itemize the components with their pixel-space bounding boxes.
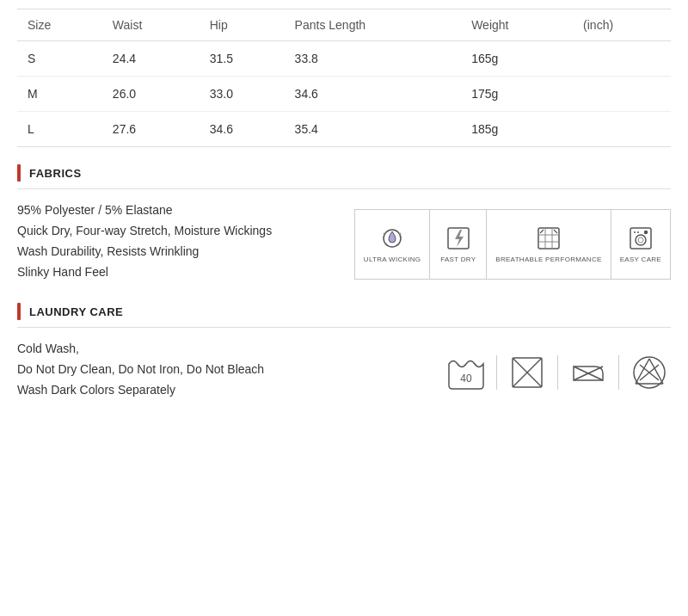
laundry-icon-3 (628, 351, 671, 394)
table-row: L27.634.635.4185g (17, 112, 671, 147)
table-cell: 33.8 (285, 41, 462, 77)
fabrics-line: Slinky Hand Feel (17, 265, 272, 279)
table-cell: 33.0 (200, 77, 285, 112)
svg-text:40: 40 (460, 373, 472, 385)
fabric-icon-label-0: ULTRA WICKING (364, 256, 421, 264)
fabric-icon-svg-3 (627, 225, 654, 252)
fabric-icon-0: ULTRA WICKING (355, 210, 430, 279)
section-bar (17, 164, 21, 182)
laundry-icon-2 (567, 351, 610, 394)
fabric-icon-svg-0 (378, 225, 406, 252)
fabric-icon-2: BREATHABLE PERFORMANCE (487, 210, 611, 279)
svg-point-9 (638, 237, 643, 243)
fabrics-icons: ULTRA WICKING FAST DRY BREATHABLE PERFOR… (354, 209, 671, 280)
table-cell: M (17, 77, 102, 112)
fabrics-line: Wash Durability, Resists Wrinkling (17, 244, 272, 258)
table-row: M26.033.034.6175g (17, 77, 671, 112)
size-table: Size Waist Hip Pants Length Weight (inch… (17, 9, 671, 147)
table-cell: 35.4 (285, 112, 462, 147)
laundry-icon-separator (618, 355, 619, 390)
laundry-icon-separator (557, 355, 558, 390)
laundry-divider (17, 327, 671, 328)
table-cell: 175g (461, 77, 573, 112)
col-pants-length: Pants Length (285, 9, 462, 41)
col-waist: Waist (102, 9, 200, 41)
fabric-icon-label-1: FAST DRY (440, 256, 476, 264)
fabrics-divider (17, 188, 671, 189)
col-inch: (inch) (573, 9, 671, 41)
fabrics-text: 95% Polyester / 5% ElastaneQuick Dry, Fo… (17, 203, 272, 286)
table-cell: 34.6 (200, 112, 285, 147)
table-cell: 185g (461, 112, 573, 147)
fabrics-title: FABRICS (29, 167, 82, 180)
table-cell: L (17, 112, 102, 147)
laundry-section-header: LAUNDRY CARE (17, 303, 671, 320)
table-cell (573, 41, 671, 77)
fabric-icon-label-2: BREATHABLE PERFORMANCE (495, 256, 601, 264)
laundry-icon-separator (496, 355, 497, 390)
laundry-icon-0: 40 (445, 351, 488, 394)
table-cell: 34.6 (285, 77, 462, 112)
table-cell: 31.5 (200, 41, 285, 77)
table-cell (573, 77, 671, 112)
table-cell: 165g (461, 41, 573, 77)
svg-point-8 (636, 235, 646, 245)
laundry-title: LAUNDRY CARE (29, 305, 123, 318)
fabric-icon-svg-2 (535, 225, 562, 252)
fabrics-line: 95% Polyester / 5% Elastane (17, 203, 272, 217)
col-hip: Hip (200, 9, 285, 41)
fabrics-section-header: FABRICS (17, 164, 671, 182)
table-row: S24.431.533.8165g (17, 41, 671, 77)
laundry-line: Cold Wash, (17, 342, 264, 355)
fabric-icon-1: FAST DRY (430, 210, 487, 279)
fabric-icon-label-3: EASY CARE (620, 256, 661, 264)
table-cell: 24.4 (102, 41, 200, 77)
laundry-text: Cold Wash,Do Not Dry Clean, Do Not Iron,… (17, 342, 264, 403)
fabric-icon-svg-1 (445, 225, 472, 252)
col-size: Size (17, 9, 102, 41)
laundry-icon-1 (506, 351, 549, 394)
laundry-line: Wash Dark Colors Separately (17, 383, 264, 397)
laundry-content: Cold Wash,Do Not Dry Clean, Do Not Iron,… (17, 342, 671, 403)
table-cell: 27.6 (102, 112, 200, 147)
col-weight: Weight (461, 9, 573, 41)
fabrics-content: 95% Polyester / 5% ElastaneQuick Dry, Fo… (17, 203, 671, 286)
fabric-icon-3: EASY CARE (611, 210, 670, 279)
laundry-bar (17, 303, 21, 320)
laundry-line: Do Not Dry Clean, Do Not Iron, Do Not Bl… (17, 362, 264, 376)
fabrics-line: Quick Dry, Four-way Stretch, Moisture Wi… (17, 224, 272, 237)
table-cell: 26.0 (102, 77, 200, 112)
svg-point-12 (644, 231, 647, 234)
table-cell: S (17, 41, 102, 77)
table-cell (573, 112, 671, 147)
laundry-icons: 40 (445, 351, 671, 394)
